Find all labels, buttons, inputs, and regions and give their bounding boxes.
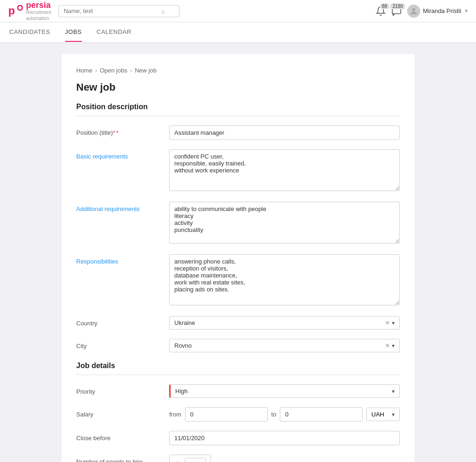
svg-text:p: p <box>8 5 15 17</box>
city-clear-icon[interactable]: ✕ <box>385 342 390 349</box>
additional-req-label: Additional requirements <box>76 202 169 245</box>
position-label: Position (title)* <box>76 125 169 140</box>
people-input-wrap[interactable]: 1 <box>169 455 211 462</box>
breadcrumb-open-jobs[interactable]: Open jobs <box>100 67 127 74</box>
salary-control: from 0 to 0 UAH USD EUR ▾ <box>169 407 400 422</box>
nav: CANDIDATES JOBS CALENDAR <box>0 22 476 43</box>
logo-icon: p <box>7 3 24 20</box>
salary-inputs: from 0 to 0 UAH USD EUR ▾ <box>169 407 400 422</box>
logo: p persia Recruitment automation <box>7 1 51 21</box>
breadcrumb-sep-2: › <box>130 67 132 74</box>
notifications-button[interactable]: 88 <box>376 6 386 16</box>
country-select[interactable]: Ukraine <box>174 319 385 326</box>
section-position-description: Position description <box>76 103 400 116</box>
salary-from-label: from <box>169 411 181 418</box>
people-control: 1 <box>169 455 400 462</box>
city-control: Rovno ✕ ▾ <box>169 339 400 352</box>
avatar <box>407 5 420 18</box>
people-input[interactable]: 1 <box>185 458 206 462</box>
close-before-row: Close before 11/01/2020 <box>76 431 400 445</box>
breadcrumb-current: New job <box>135 67 157 74</box>
salary-to-input[interactable]: 0 <box>280 407 363 422</box>
search-bar[interactable]: ⌕ <box>59 5 179 17</box>
breadcrumb-sep-1: › <box>95 67 97 74</box>
priority-chevron-icon: ▾ <box>392 388 395 395</box>
svg-point-2 <box>18 6 21 9</box>
header-right: 88 2190 Miranda Pristli ▼ <box>376 5 469 18</box>
close-before-control: 11/01/2020 <box>169 431 400 445</box>
city-chevron-icon: ▾ <box>392 343 395 349</box>
section-job-details: Job details <box>76 362 400 375</box>
currency-select-wrap[interactable]: UAH USD EUR ▾ <box>366 408 400 421</box>
additional-req-textarea[interactable]: ability to communicate with people liter… <box>169 202 400 244</box>
currency-select[interactable]: UAH USD EUR <box>371 411 392 418</box>
people-label: Number of people to hire <box>76 455 169 462</box>
basic-req-textarea[interactable]: confident PC user, responsible, easily t… <box>169 149 400 191</box>
content-card: Home › Open jobs › New job New job Posit… <box>61 54 415 462</box>
breadcrumb-home[interactable]: Home <box>76 67 93 74</box>
salary-label: Salary <box>76 407 169 422</box>
position-input[interactable]: Assistant manager <box>169 125 400 140</box>
priority-control: High Medium Low ▾ <box>169 384 400 398</box>
city-label: City <box>76 339 169 352</box>
additional-req-row: Additional requirements ability to commu… <box>76 202 400 245</box>
basic-req-control: confident PC user, responsible, easily t… <box>169 149 400 192</box>
basic-req-label: Basic requirements <box>76 149 169 192</box>
nav-calendar[interactable]: CALENDAR <box>97 23 132 42</box>
priority-label: Priority <box>76 384 169 398</box>
svg-point-4 <box>412 8 415 11</box>
responsibilities-row: Responsibilities answering phone calls, … <box>76 254 400 307</box>
user-chevron-icon: ▼ <box>464 8 469 13</box>
notification-count: 88 <box>380 3 390 9</box>
close-before-input[interactable]: 11/01/2020 <box>169 431 400 445</box>
breadcrumb: Home › Open jobs › New job <box>76 67 400 74</box>
page-title: New job <box>76 81 400 93</box>
user-info[interactable]: Miranda Pristli ▼ <box>407 5 469 18</box>
header: p persia Recruitment automation ⌕ 88 <box>0 0 476 22</box>
salary-from-input[interactable]: 0 <box>185 407 268 422</box>
search-input[interactable] <box>64 7 161 14</box>
nav-candidates[interactable]: CANDIDATES <box>9 23 50 42</box>
responsibilities-textarea[interactable]: answering phone calls, reception of visi… <box>169 254 400 305</box>
logo-subtitle: Recruitment automation <box>26 9 51 21</box>
country-clear-icon[interactable]: ✕ <box>385 319 390 326</box>
people-row: Number of people to hire 1 <box>76 455 400 462</box>
city-select[interactable]: Rovno <box>174 342 385 349</box>
salary-row: Salary from 0 to 0 UAH USD EUR ▾ <box>76 407 400 422</box>
position-title-row: Position (title)* Assistant manager <box>76 125 400 140</box>
close-before-label: Close before <box>76 431 169 445</box>
search-icon: ⌕ <box>161 7 165 15</box>
position-control: Assistant manager <box>169 125 400 140</box>
nav-jobs[interactable]: JOBS <box>65 23 82 42</box>
country-label: Country <box>76 316 169 330</box>
country-chevron-icon: ▾ <box>392 320 395 326</box>
message-count: 2190 <box>390 3 405 9</box>
priority-select-wrap[interactable]: High Medium Low ▾ <box>169 384 400 398</box>
main-content: Home › Open jobs › New job New job Posit… <box>0 43 476 462</box>
basic-req-row: Basic requirements confident PC user, re… <box>76 149 400 192</box>
messages-button[interactable]: 2190 <box>391 6 402 16</box>
priority-select[interactable]: High Medium Low <box>175 388 392 395</box>
priority-row: Priority High Medium Low ▾ <box>76 384 400 398</box>
country-control: Ukraine ✕ ▾ <box>169 316 400 330</box>
responsibilities-label: Responsibilities <box>76 254 169 307</box>
logo-text: persia <box>26 1 51 9</box>
country-select-wrap[interactable]: Ukraine ✕ ▾ <box>169 316 400 330</box>
country-row: Country Ukraine ✕ ▾ <box>76 316 400 330</box>
salary-to-label: to <box>271 411 277 418</box>
city-row: City Rovno ✕ ▾ <box>76 339 400 352</box>
user-name: Miranda Pristli <box>423 7 461 14</box>
currency-chevron-icon: ▾ <box>392 411 395 418</box>
city-select-wrap[interactable]: Rovno ✕ ▾ <box>169 339 400 352</box>
additional-req-control: ability to communicate with people liter… <box>169 202 400 245</box>
responsibilities-control: answering phone calls, reception of visi… <box>169 254 400 307</box>
